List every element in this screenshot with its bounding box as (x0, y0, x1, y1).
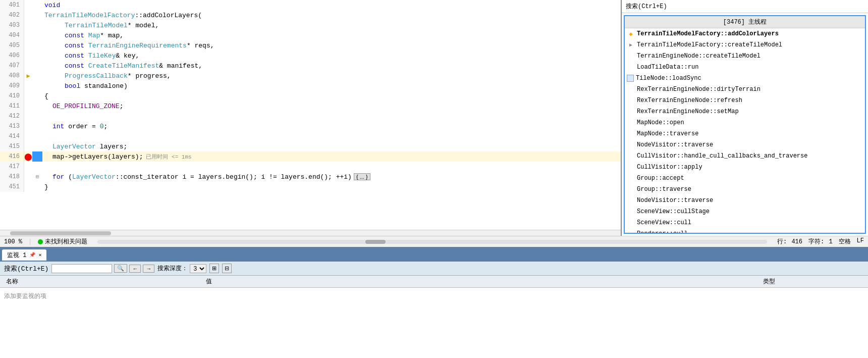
call-stack-item[interactable]: Group::traverse (625, 184, 865, 195)
prev-result-btn[interactable]: ← (129, 265, 141, 273)
watch-icon-btn-2[interactable]: ⊟ (222, 264, 232, 273)
tab-label: 监视 1 (7, 251, 26, 260)
call-stack-item[interactable]: Group::accept (625, 173, 865, 184)
frame-icon (627, 152, 635, 160)
row-info: 行: 416 (777, 237, 802, 246)
tab-watch-1[interactable]: 监视 1 📌 ✕ (2, 249, 46, 261)
call-stack-item[interactable]: SceneView::cullStage (625, 206, 865, 217)
line-number: 405 (0, 40, 24, 50)
active-frame-icon: ◆ (627, 30, 635, 38)
table-row: 414 (0, 131, 621, 141)
line-number: 411 (0, 101, 24, 111)
call-stack-item[interactable]: Renderer::cull (625, 228, 865, 234)
frame-arrow-icon: ▶ (627, 41, 635, 49)
frame-icon (627, 119, 635, 127)
watch-icon-btn-1[interactable]: ⊞ (209, 264, 219, 273)
frame-icon (627, 208, 635, 216)
table-row: 417 (0, 162, 621, 172)
table-row: 415 LayerVector layers; (0, 141, 621, 151)
call-stack-item[interactable]: ◆ TerrainTileModelFactory::addColorLayer… (625, 28, 865, 39)
call-stack-item[interactable]: MapNode::open (625, 117, 865, 128)
call-stack-item[interactable]: SceneView::cull (625, 217, 865, 228)
next-result-btn[interactable]: → (143, 265, 154, 273)
char-info: 字符: 1 (808, 237, 833, 246)
line-number: 409 (0, 81, 24, 91)
call-stack-item[interactable]: RexTerrainEngineNode::dirtyTerrain (625, 84, 865, 95)
frame-icon (627, 108, 635, 116)
main-area: 401 void 402 TerrainTileModelFactory::ad… (0, 0, 868, 236)
line-number: 406 (0, 50, 24, 61)
tab-pin-icon[interactable]: 📌 (29, 252, 35, 258)
bottom-panel: 监视 1 📌 ✕ 搜索(Ctrl+E) 🔍 ← → 搜索深度： 3 1 2 4 … (0, 247, 868, 358)
table-row: 404 const Map* map, (0, 30, 621, 40)
line-content: LayerVector layers; (42, 141, 621, 151)
call-stack-text: RexTerrainEngineNode::setMap (637, 108, 739, 115)
search-icon-btn[interactable]: 🔍 (114, 264, 127, 273)
call-stack-item[interactable]: LoadTileData::run (625, 62, 865, 73)
code-lines: 401 void 402 TerrainTileModelFactory::ad… (0, 0, 621, 230)
call-stack-text: NodeVisitor::traverse (637, 197, 713, 204)
line-content: for (LayerVector::const_iterator i = lay… (42, 172, 621, 182)
call-stack-text: Group::accept (637, 175, 684, 182)
call-stack-text: TerrainTileModelFactory::addColorLayers (637, 30, 779, 37)
call-stack-text: Renderer::cull (637, 230, 688, 234)
line-number: 403 (0, 20, 24, 30)
line-number: 451 (0, 182, 24, 192)
add-watch-hint: 添加要监视的项 (4, 293, 46, 300)
call-stack-item[interactable]: TerrainEngineNode::createTileModel (625, 50, 865, 62)
frame-icon (627, 185, 635, 193)
watch-toolbar: 搜索(Ctrl+E) 🔍 ← → 搜索深度： 3 1 2 4 5 ⊞ ⊟ (0, 262, 868, 276)
no-issues-text: 未找到相关问题 (45, 237, 87, 246)
line-content (42, 162, 621, 172)
frame-icon (627, 163, 635, 171)
call-stack-container[interactable]: [3476] 主线程 ◆ TerrainTileModelFactory::ad… (624, 15, 866, 234)
position-info: 行: 416 字符: 1 空格 LF (777, 237, 864, 246)
expand-button[interactable]: { ... } (354, 173, 370, 180)
code-editor: 401 void 402 TerrainTileModelFactory::ad… (0, 0, 621, 236)
line-gutter (32, 81, 42, 91)
line-content: TerrainTileModelFactory::addColorLayers( (42, 10, 621, 20)
line-content (42, 111, 621, 121)
call-stack-text: TerrainTileModelFactory::createTileModel (637, 41, 782, 48)
breakpoint-dot: ⬤ (24, 152, 32, 161)
watch-body[interactable]: 添加要监视的项 (0, 288, 868, 358)
frame-icon (627, 96, 635, 105)
call-stack-item[interactable]: NodeVisitor::traverse (625, 195, 865, 206)
watch-column-headers: 名称 值 类型 (0, 276, 868, 288)
call-stack-text: TerrainEngineNode::createTileModel (637, 53, 761, 60)
line-indicator (24, 141, 32, 151)
line-indicator (24, 172, 32, 182)
line-content: } (42, 182, 621, 192)
frame-icon (627, 52, 635, 60)
call-stack-item[interactable]: RexTerrainEngineNode::refresh (625, 95, 865, 106)
call-stack-text: MapNode::open (637, 119, 684, 126)
line-indicator (24, 131, 32, 141)
line-content: TerrainTileModel* model, (42, 20, 621, 30)
watch-search-input[interactable] (51, 264, 112, 273)
call-stack-item[interactable]: NodeVisitor::traverse (625, 139, 865, 150)
zoom-level: 100 % (4, 238, 22, 245)
line-content: OE_PROFILING_ZONE; (42, 101, 621, 111)
call-stack-item[interactable]: TileNode::loadSync (625, 73, 865, 84)
line-number: 402 (0, 10, 24, 20)
frame-icon (627, 130, 635, 138)
call-stack-text: SceneView::cullStage (637, 208, 710, 215)
call-stack-item[interactable]: MapNode::traverse (625, 128, 865, 139)
line-indicator (24, 20, 32, 30)
frame-icon (627, 85, 635, 93)
call-stack-item[interactable]: ▶ TerrainTileModelFactory::createTileMod… (625, 39, 865, 50)
tab-close-icon[interactable]: ✕ (38, 252, 41, 258)
line-gutter (32, 111, 42, 121)
time-hint: 已用时间 <= 1ms (146, 153, 191, 161)
line-number: 401 (0, 0, 24, 10)
depth-select[interactable]: 3 1 2 4 5 (190, 264, 206, 273)
call-stack-item[interactable]: RexTerrainEngineNode::setMap (625, 106, 865, 117)
col-type-header: 类型 (763, 277, 864, 286)
scrollbar-thumb[interactable] (10, 231, 111, 235)
frame-icon (627, 63, 635, 71)
call-stack-item[interactable]: CullVisitor::apply (625, 162, 865, 173)
watch-depth: 搜索深度： 3 1 2 4 5 (157, 264, 206, 273)
horizontal-scrollbar[interactable] (0, 230, 621, 236)
call-stack-item[interactable]: CullVisitor::handle_cull_callbacks_and_t… (625, 150, 865, 162)
line-number: 410 (0, 91, 24, 101)
